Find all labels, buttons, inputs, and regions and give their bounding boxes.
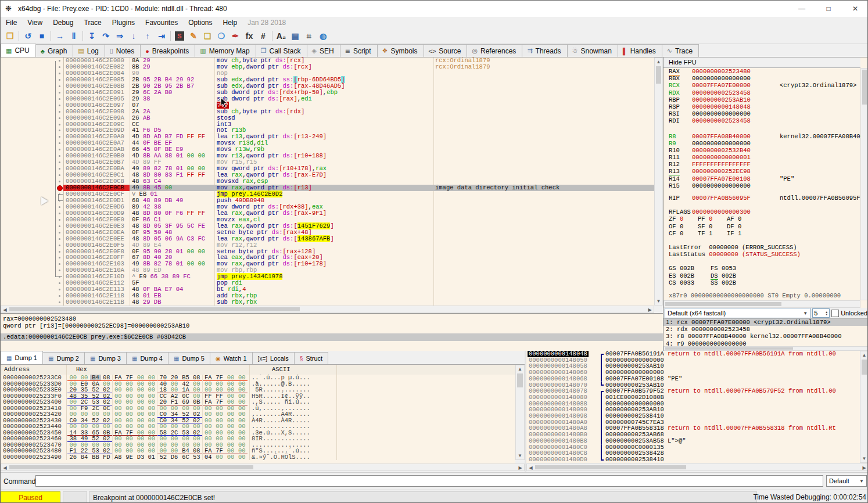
flags-row[interactable]: ES 002BDS 002B: [663, 272, 860, 279]
command-input[interactable]: [35, 475, 823, 487]
menu-plugins[interactable]: Plugins: [107, 17, 140, 28]
restart-button[interactable]: ↺: [21, 30, 35, 42]
register-row-r12[interactable]: R12FFFFFFFFFFFFFFFF: [663, 161, 860, 168]
tab-breakpoints[interactable]: ● Breakpoints: [140, 44, 195, 57]
tab-source[interactable]: <> Source: [424, 44, 468, 57]
registers-list[interactable]: RAX0000000002523480RBX0000000000000000RC…: [663, 68, 860, 300]
menu-favourites[interactable]: Favourites: [140, 17, 183, 28]
tab-memory-map[interactable]: ▥ Memory Map: [195, 44, 256, 57]
dump-row[interactable]: 0000000002523440000000000000000000000000…: [1, 423, 515, 430]
stack-row[interactable]: 000000000014806800007FFA07E00108"PE": [526, 376, 860, 382]
register-row-rdx[interactable]: RDX0000000002523458: [663, 89, 860, 96]
menu-view[interactable]: View: [22, 17, 48, 28]
register-row-r10[interactable]: R100000000002532B40: [663, 147, 860, 154]
tab-script[interactable]: ≣ Script: [340, 44, 378, 57]
tab-dump-1[interactable]: ▦Dump 1: [1, 351, 43, 364]
scroll-right-icon[interactable]: ▶: [860, 464, 868, 472]
scroll-down-icon[interactable]: ▼: [860, 455, 868, 462]
stop-button[interactable]: ■: [35, 30, 49, 42]
register-row-r9[interactable]: R90000000000000000: [663, 140, 860, 147]
dump-row[interactable]: 0000000002523400002C53020000000020F1690B…: [1, 399, 515, 405]
pause-button[interactable]: ‖: [67, 30, 81, 42]
disasm-row[interactable]: 0000000146C2E09529 38sub dword ptr ds:[r…: [1, 96, 654, 102]
step-into-button[interactable]: ↧: [85, 30, 99, 42]
run-button[interactable]: →: [53, 30, 67, 42]
arguments-hscrollbar[interactable]: [663, 346, 868, 351]
last-status-row[interactable]: LastStatus 00000000 (STATUS_SUCCESS): [663, 251, 860, 258]
tab-log[interactable]: ▤ Log: [73, 44, 105, 57]
dump-row[interactable]: 0000000002523480F1225302000000000000B408…: [1, 448, 515, 454]
stack-vscrollbar[interactable]: ▲ ▼: [860, 351, 868, 463]
step-over-button[interactable]: ↷: [99, 30, 113, 42]
registers-vscrollbar[interactable]: [860, 68, 868, 300]
scroll-up-icon[interactable]: ▲: [655, 58, 662, 66]
font-button[interactable]: A₂: [274, 30, 288, 42]
stack-view[interactable]: 000000000014804800007FFA0B56191Areturn t…: [526, 351, 860, 463]
tab-dump-2[interactable]: ▦Dump 2: [42, 352, 85, 364]
run-to-user-code-button[interactable]: ⇥: [155, 30, 168, 42]
register-row-rbp[interactable]: RBP000000000253AB10: [663, 96, 860, 103]
function-button[interactable]: fx: [242, 30, 256, 42]
register-row-rsi[interactable]: RSI0000000000000000: [663, 110, 860, 117]
call-argument-row[interactable]: 2: rdx 0000000002523458: [663, 326, 868, 333]
step-down-button[interactable]: ↓: [127, 30, 141, 42]
register-row-rflags[interactable]: RFLAGS0000000000000300: [663, 209, 860, 215]
close-button[interactable]: ✕: [842, 1, 868, 17]
disassembly-vscrollbar[interactable]: ▲ ▼: [654, 58, 663, 306]
command-type-combo[interactable]: Default ▼: [826, 475, 867, 487]
checkbox-box[interactable]: [831, 310, 839, 317]
disassembly-view[interactable]: 0000000146C2E0808A 29mov ch,byte ptr ds:…: [1, 58, 654, 306]
tab-references[interactable]: ◎ References: [467, 44, 522, 57]
tab-threads[interactable]: ⇉ Threads: [522, 44, 567, 57]
flags-row[interactable]: ZF 0PF 0AF 0: [663, 215, 860, 222]
calculator-button[interactable]: ⌗: [302, 30, 316, 42]
disasm-row[interactable]: 0000000146C2E0EE48 8D 05 06 9A C3 FClea …: [1, 236, 654, 242]
label-button[interactable]: ❏: [200, 30, 214, 42]
dump-row[interactable]: 00000000025233C00000B408FA7F00007020B508…: [1, 375, 515, 381]
stack-row[interactable]: 0000000000148080001CE00002D1080B: [526, 394, 860, 401]
argument-count-spinner[interactable]: 5 ▲▼: [812, 308, 830, 318]
tab-struct[interactable]: §Struct: [294, 352, 328, 364]
scroll-up-icon[interactable]: ▲: [860, 351, 868, 359]
call-argument-row[interactable]: 3: r8 00007FFA08B40000 kernel32.00007FFA…: [663, 333, 868, 340]
unlocked-checkbox[interactable]: Unlocked: [831, 310, 867, 317]
register-row-rbx[interactable]: RBX0000000000000000: [663, 75, 860, 82]
last-status-row[interactable]: LastError 00000000 (ERROR_SUCCESS): [663, 244, 860, 251]
disasm-row[interactable]: 0000000146C2E0982A 2Asub ch,byte ptr ds:…: [1, 109, 654, 115]
scroll-down-icon[interactable]: ▼: [655, 297, 662, 305]
patches-button[interactable]: S: [173, 30, 186, 42]
tab-locals[interactable]: [x=]Locals: [252, 352, 295, 364]
register-row-rsp[interactable]: RSP0000000000148048: [663, 103, 860, 110]
scroll-up-icon[interactable]: ▲: [516, 365, 524, 373]
call-argument-row[interactable]: 1: rcx 00007FFA07E00000 <crypt32.Ordinal…: [663, 319, 868, 326]
minimize-button[interactable]: —: [788, 1, 815, 17]
flags-row[interactable]: GS 002BFS 0053: [663, 265, 860, 272]
registers-hscrollbar[interactable]: [663, 300, 860, 308]
dump-row[interactable]: 00000000025234200000000000000000C0345202…: [1, 411, 515, 418]
scroll-right-icon[interactable]: ▶: [517, 464, 524, 472]
register-row-r14[interactable]: R1400007FFA07E00108"PE": [663, 175, 860, 182]
menu-debug[interactable]: Debug: [48, 17, 78, 28]
tab-dump-3[interactable]: ▦Dump 3: [84, 352, 127, 364]
tab-notes[interactable]: ▯ Notes: [105, 44, 141, 57]
breakpoint-dot-icon[interactable]: [57, 185, 63, 191]
tab-handles[interactable]: ▌ Handles: [618, 44, 662, 57]
graph-column-button[interactable]: ▦: [288, 30, 302, 42]
tab-dump-5[interactable]: ▦Dump 5: [168, 352, 210, 364]
maximize-button[interactable]: □: [815, 1, 842, 17]
register-row-r13[interactable]: R13000000000252EC98: [663, 168, 860, 175]
disasm-row[interactable]: 0000000146C2E0F54D 89 E4mov r12,r12: [1, 242, 654, 249]
flags-row[interactable]: OF 0SF 0DF 0: [663, 223, 860, 230]
register-row-rdi[interactable]: RDI0000000002523458: [663, 117, 860, 124]
scroll-down-icon[interactable]: ▼: [516, 452, 524, 459]
flags-row[interactable]: CF 0TF 1IF 1: [663, 230, 860, 237]
menu-trace[interactable]: Trace: [79, 17, 107, 28]
flags-row[interactable]: CS 0033SS 002B: [663, 279, 860, 286]
tab-graph[interactable]: ♣ Graph: [35, 44, 74, 57]
dump-hscrollbar[interactable]: ◀ ▶: [1, 464, 525, 471]
register-row-rax[interactable]: RAX0000000002523480: [663, 68, 860, 75]
tab-trace[interactable]: ∿ Trace: [662, 44, 699, 57]
disasm-row[interactable]: 0000000146C2E09707???: [1, 102, 654, 109]
comment-button[interactable]: ✎: [186, 30, 200, 42]
tab-watch-1[interactable]: ◉Watch 1: [210, 352, 253, 364]
